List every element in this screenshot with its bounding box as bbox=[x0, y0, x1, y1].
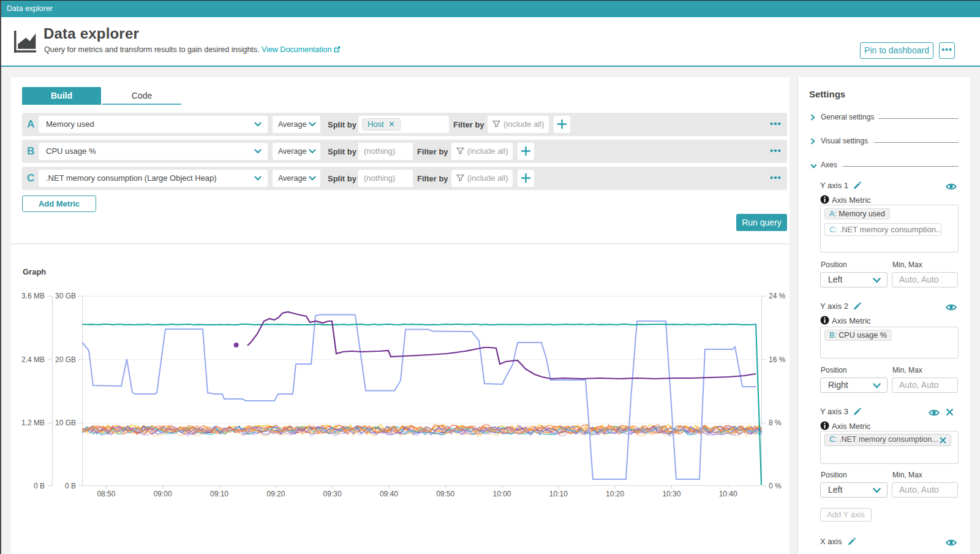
svg-text:09:50: 09:50 bbox=[436, 490, 454, 498]
svg-text:10:20: 10:20 bbox=[606, 490, 624, 498]
svg-text:20 GB: 20 GB bbox=[55, 355, 76, 364]
svg-text:09:10: 09:10 bbox=[210, 490, 228, 498]
svg-text:09:20: 09:20 bbox=[266, 490, 285, 498]
svg-text:16 %: 16 % bbox=[769, 355, 786, 364]
svg-text:10:00: 10:00 bbox=[492, 490, 511, 498]
svg-text:0 B: 0 B bbox=[34, 482, 45, 490]
svg-text:10:30: 10:30 bbox=[662, 490, 680, 498]
svg-text:24 %: 24 % bbox=[769, 292, 786, 300]
svg-text:8 %: 8 % bbox=[769, 419, 782, 427]
svg-text:0 %: 0 % bbox=[769, 482, 782, 490]
svg-text:09:40: 09:40 bbox=[380, 490, 398, 498]
svg-text:09:30: 09:30 bbox=[323, 490, 342, 498]
svg-text:10 GB: 10 GB bbox=[55, 419, 76, 427]
svg-text:30 GB: 30 GB bbox=[55, 292, 76, 300]
svg-text:08:50: 08:50 bbox=[97, 490, 115, 498]
svg-text:10:10: 10:10 bbox=[549, 490, 568, 498]
svg-text:1.2 MB: 1.2 MB bbox=[21, 419, 45, 427]
svg-text:10:40: 10:40 bbox=[719, 490, 737, 498]
svg-text:0 B: 0 B bbox=[65, 482, 76, 490]
svg-text:3.6 MB: 3.6 MB bbox=[21, 292, 45, 300]
svg-text:2.4 MB: 2.4 MB bbox=[21, 355, 45, 364]
svg-text:09:00: 09:00 bbox=[154, 490, 172, 498]
